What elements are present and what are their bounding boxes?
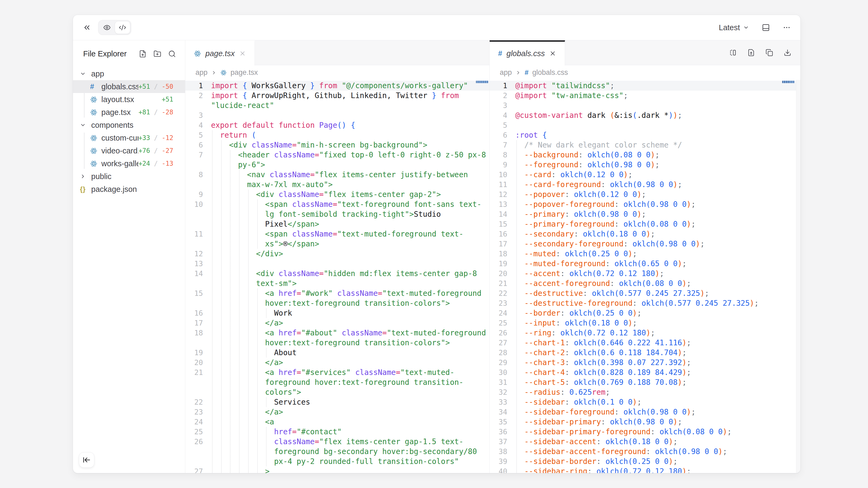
tab-globals-css[interactable]: # globals.css [490,40,565,65]
folder-plus-icon [154,50,161,58]
close-tab-icon[interactable] [549,50,556,57]
line-number: 34 [490,407,515,417]
toolbar-right-cluster: Latest [719,23,791,32]
view-toggle [98,20,131,35]
tree-folder-app[interactable]: app [73,67,185,80]
editor-group-page-tsx: page.tsx app page.tsx [185,40,489,473]
line-number: 24 [185,417,211,427]
code-line-18: 18--muted: oklch(0.25 0 0); [490,249,800,259]
code-text: --popover: oklch(0.12 0 0); [515,190,800,199]
code-text: --sidebar-foreground: oklch(0.98 0 0); [515,407,800,417]
code-line-27: 27--chart-1: oklch(0.646 0.222 41.116); [490,338,800,348]
collapse-explorer-button[interactable] [79,452,94,468]
line-number: 23 [185,407,211,417]
code-editor-globals-css[interactable]: 1@import "tailwindcss";2@import "tw-anim… [490,80,800,473]
scrollbar-track[interactable] [796,80,800,473]
css-file-icon: # [498,50,502,58]
code-line-25: 25href="#contact" [185,427,489,437]
code-text: <a href="#work" className="text-muted-fo… [211,288,489,308]
tree-file-globals.css[interactable]: #globals.css+51 / -50 [73,80,185,93]
code-line-22: 22--destructive: oklch(0.577 0.245 27.32… [490,288,800,298]
tree-folder-components[interactable]: components [73,119,185,131]
more-menu-button[interactable] [783,24,791,32]
breadcrumb-file[interactable]: globals.css [532,68,568,77]
tree-file-works-galler-[interactable]: works-galler…+24 / -13 [73,157,185,170]
line-number: 6 [490,130,515,140]
line-number: 5 [185,130,211,140]
code-line-23: 23</a> [185,407,489,417]
code-editor-page-tsx[interactable]: 1import { WorksGallery } from "@/compone… [185,80,489,473]
code-line-2: 2import { ArrowUpRight, Github, Linkedin… [185,91,489,110]
tree-file-layout.tsx[interactable]: layout.tsx+51 [73,93,185,106]
line-number: 17 [185,318,211,328]
version-dropdown[interactable]: Latest [719,23,749,32]
code-line-9: 9--foreground: oklch(0.98 0 0); [490,160,800,170]
code-line-19: 19--muted-foreground: oklch(0.65 0 0); [490,259,800,269]
line-number: 31 [490,377,515,387]
code-line-3: 3 [185,110,489,120]
css-file-icon: # [525,68,528,77]
tree-file-page.tsx[interactable]: page.tsx+81 / -28 [73,106,185,119]
file-tree: app#globals.css+51 / -50layout.tsx+51pag… [73,67,185,196]
tree-file-custom-curs-[interactable]: custom-curs…+33 / -12 [73,131,185,144]
tree-folder-public[interactable]: public [73,170,185,183]
line-number: 22 [185,397,211,407]
tree-file-video-card.tsx[interactable]: video-card.tsx+76 / -27 [73,144,185,157]
line-number: 4 [490,110,515,120]
code-text [211,110,489,120]
code-text: @import "tw-animate-css"; [515,91,800,100]
code-line-37: 37--sidebar-accent: oklch(0.18 0 0); [490,437,800,447]
line-number: 25 [185,427,211,437]
bottom-panel-button[interactable] [762,24,770,32]
breadcrumb-folder[interactable]: app [195,68,208,77]
new-file-button[interactable] [139,50,147,58]
code-line-23: 23--destructive-foreground: oklch(0.577 … [490,298,800,308]
code-line-30: 30--chart-4: oklch(0.828 0.189 84.429); [490,367,800,377]
line-number: 11 [490,180,515,190]
code-text: <div className="hidden md:flex items-cen… [211,269,489,288]
new-folder-button[interactable] [154,50,161,58]
breadcrumb-left: app page.tsx [185,65,489,80]
code-line-22: 22Services [185,397,489,407]
code-text: className="flex items-center gap-1.5 tex… [211,437,489,466]
breadcrumb-folder[interactable]: app [500,68,512,77]
code-text: <span className="text-muted-foreground t… [211,229,489,249]
close-tab-icon[interactable] [239,50,246,57]
line-number: 1 [185,81,211,91]
split-view-button[interactable] [729,49,737,56]
react-file-icon [194,50,201,57]
code-text: --ring: oklch(0.72 0.12 180); [515,328,800,338]
code-line-36: 36--sidebar-primary-foreground: oklch(0.… [490,427,800,437]
code-text: --secondary: oklch(0.18 0 0); [515,229,800,239]
preview-toggle-button[interactable] [99,21,115,34]
code-text: --sidebar-primary: oklch(0.98 0 0); [515,417,800,427]
code-text: import { WorksGallery } from "@/componen… [211,81,489,91]
search-files-button[interactable] [168,50,176,58]
line-number: 28 [490,348,515,358]
app-window: Latest File Explorer [73,15,801,473]
line-number: 9 [490,160,515,170]
diff-stats: +81 / -28 [138,108,185,116]
tab-page-tsx[interactable]: page.tsx [185,40,255,65]
code-line-4: 4@custom-variant dark (&:is(.dark *)); [490,110,800,120]
file-diff-button[interactable] [747,49,755,56]
code-toggle-button[interactable] [115,21,130,34]
react-file-icon [220,69,227,76]
code-text: About [211,348,489,358]
line-number: 13 [490,199,515,209]
tree-file-package.json[interactable]: {}package.json [73,183,185,196]
code-text: --sidebar-ring: oklch(0.72 0.12 180); [515,466,800,473]
download-button[interactable] [784,49,791,56]
code-text: export default function Page() { [211,120,489,130]
code-line-14: 14--primary: oklch(0.98 0 0); [490,209,800,219]
code-text: --sidebar-border: oklch(0.25 0 0); [515,456,800,466]
breadcrumb-file[interactable]: page.tsx [230,68,258,77]
code-line-27: 27> [185,466,489,473]
line-number: 13 [185,259,211,269]
copy-button[interactable] [766,49,773,56]
code-text: --card-foreground: oklch(0.98 0 0); [515,180,800,190]
line-number: 27 [490,338,515,348]
react-file-icon [90,96,99,103]
code-text: --chart-3: oklch(0.398 0.07 227.392); [515,358,800,367]
collapse-sidebar-button[interactable] [83,23,91,32]
